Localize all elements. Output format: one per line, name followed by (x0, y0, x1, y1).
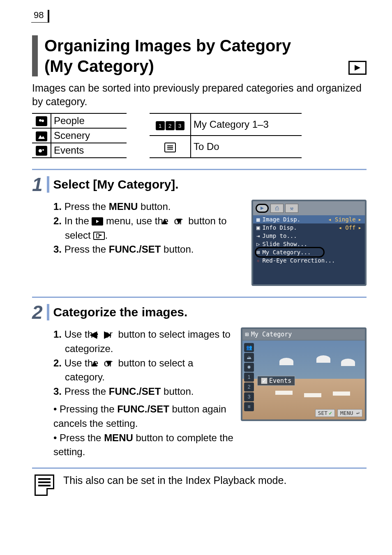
scenery-icon: ⛰ (244, 353, 254, 362)
playback-menu-icon (92, 217, 103, 226)
mycat-1-icon: 1 (244, 373, 254, 382)
background-lounger (275, 391, 293, 395)
page-number-box: 98 (31, 10, 49, 23)
events-icon: ✹ (244, 363, 254, 372)
mycat-3-icon: 3 (244, 392, 254, 401)
svg-point-4 (39, 149, 42, 152)
scenery-icon (36, 131, 47, 141)
svg-rect-6 (167, 145, 173, 146)
camera-screen-categorize: ⊞My Category 👥 ⛰ ✹ 1 2 3 ≡ ✓ (241, 327, 367, 421)
step-2: 2 Categorize the images. 1. Use the ◀ or… (32, 297, 367, 459)
intro-text: Images can be sorted into previously pre… (32, 81, 367, 108)
category-side-icons: 👥 ⛰ ✹ 1 2 3 ≡ (244, 343, 254, 411)
my-category-highlight-oval (255, 247, 325, 258)
step-1: 1 Select [My Category]. 1. Press the MEN… (32, 169, 367, 286)
category-screen-icon: ⊞ (245, 331, 249, 338)
step-number: 2 (32, 301, 43, 323)
category-label: To Do (191, 136, 302, 158)
table-row: 123 My Category 1–3 (150, 113, 302, 136)
category-tables: People Scenery Events 123 My Category 1–… (32, 113, 367, 158)
step-title: Select [My Category]. (53, 177, 179, 191)
background-lounger (304, 393, 321, 397)
category-label: Events (51, 143, 127, 158)
svg-point-1 (39, 119, 42, 122)
tools-tab-icon: ⚒ (285, 204, 298, 213)
table-row: Events (32, 143, 127, 158)
background-umbrella (279, 358, 293, 365)
background-umbrella (341, 359, 355, 366)
svg-marker-0 (355, 65, 360, 71)
note-block: This also can be set in the Index Playba… (32, 467, 367, 496)
step-1-text: 1. Press the MENU button. 2. In the menu… (53, 200, 244, 286)
category-label: People (51, 113, 127, 128)
todo-icon: ≡ (244, 402, 254, 411)
title-block: Organizing Images by Category (My Catego… (32, 35, 367, 76)
svg-marker-9 (96, 220, 99, 223)
events-selected-tag: ✓ Events (257, 376, 295, 386)
category-table-right: 123 My Category 1–3 To Do (150, 113, 302, 158)
checkmark-icon: ✓ (261, 378, 267, 384)
people-icon (36, 116, 47, 126)
page-title-line2: (My Category) (44, 56, 291, 76)
step-title: Categorize the images. (53, 305, 188, 319)
table-row: Scenery (32, 128, 127, 143)
category-label: My Category 1–3 (191, 113, 302, 136)
svg-point-2 (42, 120, 44, 122)
category-label: Scenery (51, 128, 127, 143)
set-button-indicator: SET ✓ (315, 409, 335, 417)
page-number: 98 (34, 10, 44, 20)
step-number: 1 (32, 173, 43, 196)
step-divider (47, 304, 49, 320)
svg-rect-7 (167, 147, 173, 148)
todo-icon (164, 143, 176, 152)
screen-title: My Category (251, 331, 292, 338)
background-umbrella (316, 355, 330, 363)
my-category-123-icon: 123 (156, 121, 184, 130)
camera-screen-menu: ⎙ ⚒ ▦Image Disp.◂ Single▸ ▣Info Disp.◂ O… (251, 200, 367, 286)
step-2-text: 1. Use the ◀ or ▶ button to select image… (53, 327, 233, 459)
background-lounger (333, 391, 350, 396)
step-divider (47, 176, 49, 193)
svg-rect-11 (99, 235, 101, 236)
category-table-left: People Scenery Events (32, 113, 127, 158)
svg-rect-8 (167, 149, 173, 150)
svg-point-5 (42, 149, 44, 151)
print-tab-icon: ⎙ (270, 204, 284, 213)
svg-marker-12 (261, 207, 264, 210)
playback-mode-icon (348, 61, 367, 75)
note-text: This also can be set in the Index Playba… (63, 474, 286, 486)
svg-rect-10 (97, 234, 99, 238)
svg-marker-3 (38, 135, 45, 139)
my-category-menu-icon (93, 232, 105, 240)
table-row: People (32, 113, 127, 128)
people-icon: 👥 (244, 343, 254, 352)
note-icon (35, 474, 54, 496)
events-icon (36, 146, 47, 156)
menu-button-indicator: MENU ↩ (337, 409, 362, 417)
mycat-2-icon: 2 (244, 382, 254, 391)
page-title-line1: Organizing Images by Category (44, 35, 291, 56)
table-row: To Do (150, 136, 302, 158)
playback-tab-icon (256, 204, 269, 213)
